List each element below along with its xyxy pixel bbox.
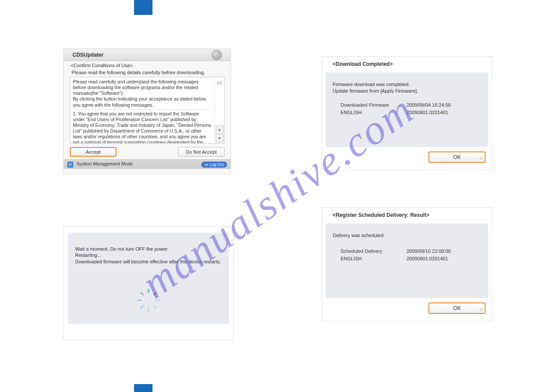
button-spacer	[121, 147, 174, 157]
download-msg-1: Firmware download was completed.	[333, 81, 481, 88]
logout-label: Log Out	[210, 162, 224, 167]
eula-scroll-box: Please read carefully and understand the…	[70, 77, 225, 144]
loading-spinner-icon	[141, 298, 156, 313]
footer-mode: ID System Management Mode	[67, 161, 133, 168]
scroll-up-button[interactable]: ▲	[216, 126, 224, 133]
firmware-version-value: 20090801.0201401	[406, 109, 448, 117]
restarting-panel: Wait a moment. Do not turn OFF the power…	[63, 226, 234, 340]
wait-message-3: Downloaded firmware will become effectiv…	[75, 259, 222, 265]
scroll-down-button[interactable]: ▼	[216, 134, 224, 142]
page-marker-top	[134, 0, 152, 15]
scheduled-delivery-label: Scheduled Delivery	[341, 248, 406, 255]
globe-icon	[211, 50, 222, 60]
delivery-msg: Delivery was scheduled.	[333, 232, 481, 239]
language-label: ENGLISH	[341, 255, 406, 263]
enter-key-icon: ⏎	[479, 307, 483, 312]
page-indicator: 1/2	[217, 81, 222, 85]
cdsupdater-panel: CDSUpdater <Confirm Conditions of Use> P…	[63, 48, 231, 174]
scheduled-delivery-value: 2009/08/10 22:00:00	[406, 248, 451, 255]
instruction-text: Please read the following details carefu…	[64, 69, 231, 77]
eula-paragraph: 1. You agree that you are not restricted…	[73, 111, 212, 143]
ok-label: OK	[453, 154, 461, 160]
logout-button[interactable]: ↦ Log Out	[201, 162, 227, 168]
scheduled-delivery-heading: <Register Scheduled Delivery: Result>	[322, 208, 492, 221]
panel-title: CDSUpdater	[73, 52, 104, 58]
scroll-track: 1/2 ▲ ▼	[214, 77, 224, 143]
do-not-accept-button[interactable]: Do Not Accept	[178, 147, 225, 157]
ok-button[interactable]: OK ⏎	[428, 151, 486, 163]
download-completed-panel: <Download Completed> Firmware download w…	[322, 56, 492, 170]
enter-key-icon: ⏎	[479, 156, 483, 161]
scheduled-delivery-panel: <Register Scheduled Delivery: Result> De…	[322, 207, 492, 321]
page-marker-bottom	[134, 384, 152, 392]
wait-message-2: Restarting...	[75, 252, 222, 258]
footer-mode-label: System Management Mode	[76, 161, 133, 166]
ok-button[interactable]: OK ⏎	[428, 302, 486, 314]
confirm-conditions-heading: <Confirm Conditions of Use>	[64, 61, 231, 69]
logout-arrow-icon: ↦	[205, 162, 210, 167]
language-label: ENGLISH	[341, 109, 406, 117]
firmware-version-value: 20090801.0201401	[406, 255, 448, 263]
download-completed-heading: <Download Completed>	[322, 57, 492, 70]
download-msg-2: Update firmware from [Apply Firmware].	[333, 88, 481, 94]
ok-label: OK	[453, 305, 461, 311]
downloaded-firmware-value: 2009/08/04 16:24:56	[406, 101, 451, 109]
accept-button[interactable]: Accept	[70, 147, 116, 157]
eula-paragraph: Please read carefully and understand the…	[73, 79, 212, 108]
id-badge-icon: ID	[67, 162, 73, 168]
wait-message-1: Wait a moment. Do not turn OFF the power…	[75, 246, 222, 252]
downloaded-firmware-label: Downloaded Firmware	[341, 101, 406, 109]
eula-text: Please read carefully and understand the…	[70, 77, 214, 143]
